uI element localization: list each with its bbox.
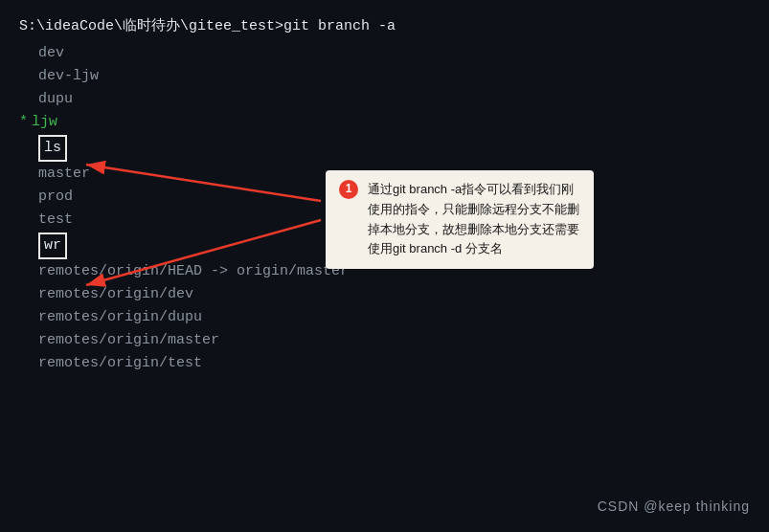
remote-master: remotes/origin/master <box>19 329 750 352</box>
branch-dev-ljw: dev-ljw <box>19 65 750 88</box>
annotation-bubble: 1 通过git branch -a指令可以看到我们刚使用的指令，只能删除远程分支… <box>326 170 594 269</box>
current-branch-star: * <box>19 111 28 134</box>
annotation-text: 通过git branch -a指令可以看到我们刚使用的指令，只能删除远程分支不能… <box>368 180 580 259</box>
branch-dev: dev <box>19 42 750 65</box>
remote-test: remotes/origin/test <box>19 352 750 375</box>
branch-wr-label: wr <box>38 233 67 259</box>
remote-dev: remotes/origin/dev <box>19 283 750 306</box>
watermark: CSDN @keep thinking <box>598 496 750 517</box>
remote-dupu: remotes/origin/dupu <box>19 306 750 329</box>
branch-ljw-label: ljw <box>32 111 57 134</box>
watermark-thinking: thinking <box>691 499 750 514</box>
branch-ls-label: ls <box>38 135 67 162</box>
branch-ls-highlighted: ls <box>19 135 750 162</box>
prompt-line: S:\ideaCode\临时待办\gitee_test>git branch -… <box>19 15 750 38</box>
branch-ljw-current: * ljw <box>19 111 750 134</box>
branch-dupu: dupu <box>19 88 750 111</box>
annotation-header: 1 通过git branch -a指令可以看到我们刚使用的指令，只能删除远程分支… <box>339 180 580 259</box>
terminal-window: S:\ideaCode\临时待办\gitee_test>git branch -… <box>0 0 769 532</box>
watermark-brand: CSDN @keep <box>598 499 691 514</box>
prompt-text: S:\ideaCode\临时待办\gitee_test>git branch -… <box>19 15 396 38</box>
annotation-number: 1 <box>339 180 358 199</box>
